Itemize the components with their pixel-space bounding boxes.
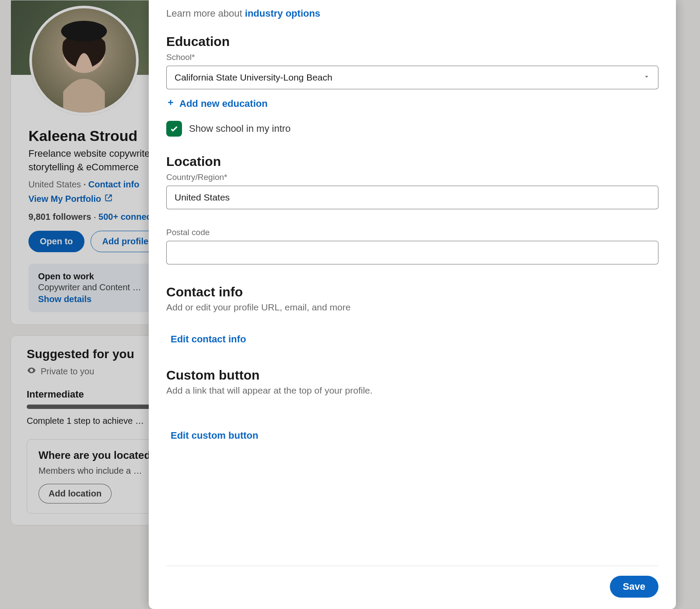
svg-point-2 <box>61 21 107 42</box>
contact-desc: Add or edit your profile URL, email, and… <box>166 302 658 313</box>
add-new-education-link[interactable]: Add new education <box>166 98 658 109</box>
school-label: School* <box>166 53 658 62</box>
edit-contact-info-link[interactable]: Edit contact info <box>166 334 246 345</box>
country-label: Country/Region* <box>166 172 658 182</box>
modal-footer: Save <box>166 566 658 598</box>
show-school-label: Show school in my intro <box>189 123 290 134</box>
add-location-button[interactable]: Add location <box>38 484 112 503</box>
plus-icon <box>166 98 175 109</box>
section-location-title: Location <box>166 154 658 169</box>
private-label: Private to you <box>41 366 94 377</box>
section-contact-title: Contact info <box>166 285 658 299</box>
postal-label: Postal code <box>166 228 658 237</box>
external-link-icon <box>105 194 112 204</box>
open-to-button[interactable]: Open to <box>28 231 84 252</box>
followers-count: 9,801 followers <box>28 212 91 222</box>
portfolio-label: View My Portfolio <box>28 194 101 204</box>
school-select[interactable] <box>166 66 658 89</box>
add-new-education-label: Add new education <box>179 98 268 109</box>
industry-hint: Learn more about industry options <box>166 8 658 19</box>
portfolio-link[interactable]: View My Portfolio <box>28 194 112 204</box>
section-custom-title: Custom button <box>166 368 658 383</box>
contact-info-link[interactable]: Contact info <box>84 180 140 189</box>
custom-desc: Add a link that will appear at the top o… <box>166 385 658 396</box>
hint-prefix: Learn more about <box>166 8 245 19</box>
open-to-show-details[interactable]: Show details <box>38 294 91 304</box>
show-school-checkbox[interactable] <box>166 121 182 137</box>
edit-custom-button-link[interactable]: Edit custom button <box>166 430 258 441</box>
edit-intro-modal: Learn more about industry options Educat… <box>149 0 676 609</box>
profile-location: United States <box>28 180 81 189</box>
save-button[interactable]: Save <box>610 576 658 598</box>
section-education-title: Education <box>166 34 658 49</box>
postal-input[interactable] <box>166 241 658 264</box>
eye-icon <box>27 366 36 377</box>
check-icon <box>169 124 179 134</box>
avatar[interactable] <box>29 6 139 115</box>
industry-options-link[interactable]: industry options <box>245 8 320 19</box>
country-input[interactable] <box>166 186 658 209</box>
avatar-image <box>32 8 136 113</box>
